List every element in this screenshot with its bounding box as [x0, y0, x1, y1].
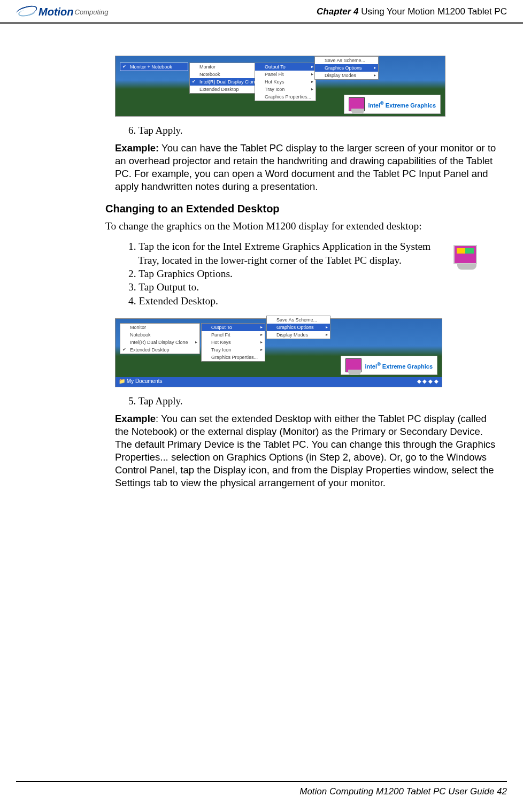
monitor-icon — [345, 358, 362, 372]
systray-icons: ◆ ◆ ◆ ◆ — [417, 378, 439, 386]
example-text: : You can set the extended Desktop with … — [115, 413, 495, 488]
logo-sub-text: Computing — [75, 8, 109, 16]
menu-item: Tray Icon — [202, 346, 265, 354]
intel-brand-text: intel® Extreme Graphics — [368, 101, 436, 109]
menu-item: Extended Desktop — [190, 86, 262, 93]
step-6: 6. Tap Apply. — [128, 125, 502, 136]
menu-item: Display Modes — [267, 331, 330, 339]
chapter-number: Chapter 4 — [317, 6, 358, 17]
step-1: 1. Tap the icon for the Intel Extreme Gr… — [128, 240, 443, 267]
page-number: 42 — [497, 786, 507, 796]
footer-title: Motion Computing M1200 Tablet PC User Gu… — [299, 786, 497, 796]
heading-extended-desktop: Changing to an Extended Desktop — [105, 203, 502, 215]
menu-item: Panel Fit — [255, 71, 316, 78]
example-paragraph-1: Example: You can have the Tablet PC disp… — [115, 142, 502, 193]
chapter-name: Using Your Motion M1200 Tablet PC — [358, 6, 507, 17]
taskbar-item: 📁 My Documents — [119, 378, 162, 386]
menu-item: Output To — [255, 63, 316, 71]
menu-item: Monitor — [190, 63, 262, 71]
example-text: You can have the Tablet PC display to th… — [115, 142, 496, 192]
page-footer: Motion Computing M1200 Tablet PC User Gu… — [16, 781, 507, 797]
menu-item: Notebook — [120, 331, 199, 339]
step-2: 2. Tap Graphics Options. — [128, 267, 443, 280]
menu-tray-root: Save As Scheme... Graphics Options Displ… — [266, 316, 330, 339]
menu-item: Graphics Properties... — [202, 354, 265, 361]
menu-item: Extended Desktop — [120, 346, 199, 354]
menu-item: Display Modes — [315, 72, 378, 79]
example-paragraph-2: Example: You can set the extended Deskto… — [115, 412, 502, 489]
menu-item: Monitor — [120, 324, 199, 331]
intro-extended-desktop: To change the graphics on the Motion M12… — [105, 220, 502, 232]
menu-graphics-options: Output To Panel Fit Hot Keys Tray Icon G… — [255, 63, 316, 101]
menu-tray-root: Save As Scheme... Graphics Options Displ… — [314, 56, 379, 80]
intel-brand-text: intel® Extreme Graphics — [365, 362, 433, 370]
page-header: Motion Computing Chapter 4 Using Your Mo… — [0, 0, 523, 24]
menu-item: Output To — [202, 324, 265, 331]
intel-graphics-logo: intel® Extreme Graphics — [341, 356, 437, 375]
steps-list: 1. Tap the icon for the Intel Extreme Gr… — [128, 240, 502, 308]
menu-item: Tray Icon — [255, 86, 316, 93]
intel-tray-icon — [453, 245, 480, 270]
page-content: Monitor + Notebook Monitor Notebook Inte… — [0, 24, 523, 489]
logo: Motion Computing — [16, 5, 108, 18]
logo-main-text: Motion — [39, 6, 74, 18]
example-label: Example — [115, 413, 156, 424]
monitor-icon — [349, 97, 365, 111]
screenshot-graphics-menu-clone: Monitor + Notebook Monitor Notebook Inte… — [115, 56, 445, 117]
chapter-title: Chapter 4 Using Your Motion M1200 Tablet… — [317, 6, 507, 17]
example-label: Example: — [115, 142, 159, 154]
menu-item: Graphics Options — [315, 64, 378, 72]
menu-output-selection: Monitor + Notebook — [120, 63, 188, 71]
menu-display-targets: Monitor Notebook Intel(R) Dual Display C… — [120, 323, 200, 354]
menu-item: Save As Scheme... — [315, 57, 378, 64]
menu-item: Intel(R) Dual Display Clone — [190, 78, 262, 86]
menu-graphics-options: Output To Panel Fit Hot Keys Tray Icon G… — [201, 323, 265, 362]
menu-item: Monitor + Notebook — [120, 63, 188, 71]
menu-item: Graphics Options — [267, 324, 330, 331]
menu-item: Intel(R) Dual Display Clone — [120, 339, 199, 346]
step-3: 3. Tap Output to. — [128, 280, 443, 294]
windows-taskbar: 📁 My Documents ◆ ◆ ◆ ◆ — [116, 377, 442, 387]
menu-item: Hot Keys — [255, 78, 316, 86]
menu-item: Save As Scheme... — [267, 316, 330, 324]
menu-display-targets: Monitor Notebook Intel(R) Dual Display C… — [189, 63, 263, 94]
logo-swoosh-icon — [16, 5, 37, 18]
menu-item: Notebook — [190, 71, 262, 78]
menu-item: Graphics Properties... — [255, 93, 316, 101]
menu-item: Panel Fit — [202, 331, 265, 339]
screenshot-graphics-menu-extended: Monitor Notebook Intel(R) Dual Display C… — [115, 318, 442, 387]
intel-graphics-logo: intel® Extreme Graphics — [344, 95, 441, 114]
step-5: 5. Tap Apply. — [128, 395, 502, 407]
menu-item: Hot Keys — [202, 339, 265, 346]
step-4: 4. Extended Desktop. — [128, 294, 443, 308]
